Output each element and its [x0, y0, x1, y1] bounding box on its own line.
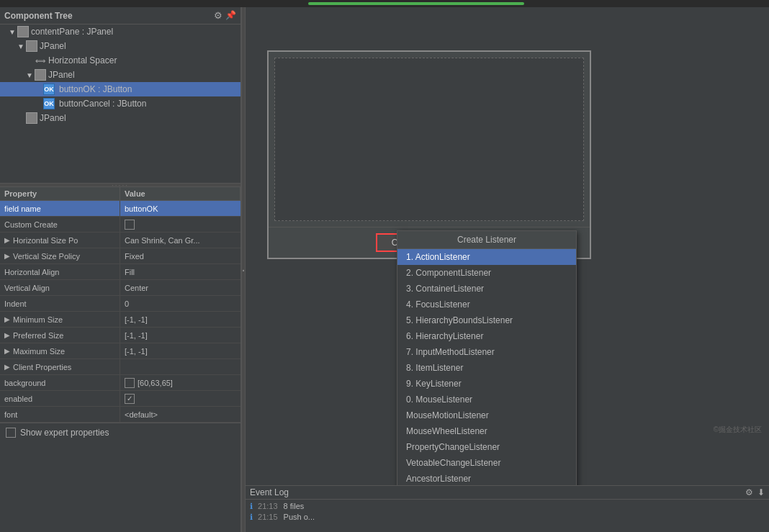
property-row-fieldname[interactable]: field name buttonOK: [0, 201, 240, 217]
property-row-font[interactable]: font <default>: [0, 407, 240, 423]
show-expert-checkbox[interactable]: [6, 428, 16, 438]
prop-name-customcreate: Custom Create: [0, 217, 120, 232]
property-row-vsizepolicy[interactable]: ▶ Vertical Size Policy Fixed: [0, 248, 240, 264]
listener-item-5[interactable]: 5. HierarchyBoundsListener: [397, 312, 576, 328]
tree-item-jPanel2[interactable]: ▼ JPanel: [0, 68, 240, 82]
bottom-content: ℹ 21:13 8 files ℹ 21:15 Push o...: [246, 500, 769, 532]
listener-item-1[interactable]: 1. ActionListener: [397, 249, 576, 265]
customcreate-checkbox[interactable]: [125, 220, 135, 230]
listener-item-9[interactable]: 9. KeyListener: [397, 376, 576, 392]
expand-icon-vsizepolicy[interactable]: ▶: [4, 252, 10, 260]
show-expert-label[interactable]: Show expert properties: [20, 428, 109, 438]
tree-item-jPanel1[interactable]: ▼ JPanel: [0, 39, 240, 53]
listener-item-3[interactable]: 3. ContainerListener: [397, 281, 576, 297]
tree-area: ▼ contentPane : JPanel ▼ JPanel ⟺ Horizo…: [0, 24, 240, 183]
main-content: Component Tree ⚙ 📌 ▼ contentPane : JPane…: [0, 7, 769, 532]
bottom-toolbar: Event Log ⚙ ⬇: [246, 486, 769, 500]
arrow-jPanel1: ▼: [17, 42, 26, 50]
background-color-swatch[interactable]: [125, 378, 135, 388]
property-row-valign[interactable]: Vertical Align Center: [0, 280, 240, 296]
prop-name-prefsize: ▶ Preferred Size: [0, 328, 120, 343]
prop-value-prefsize: [-1, -1]: [120, 328, 240, 343]
log-message-1: 8 files: [284, 502, 305, 511]
property-row-halign[interactable]: Horizontal Align Fill: [0, 264, 240, 280]
form-inner: [274, 58, 584, 221]
property-row-customcreate[interactable]: Custom Create: [0, 217, 240, 233]
property-row-maxsize[interactable]: ▶ Maximum Size [-1, -1]: [0, 343, 240, 359]
listener-item-pc[interactable]: PropertyChangeListener: [397, 439, 576, 455]
property-row-prefsize[interactable]: ▶ Preferred Size [-1, -1]: [0, 328, 240, 343]
prop-value-clientprops: [120, 359, 240, 374]
listener-item-0[interactable]: 0. MouseListener: [397, 392, 576, 407]
right-panel: OK Cancel Create Listener 1. ActionListe…: [246, 7, 769, 532]
panel-icon-jPanel3: [26, 112, 37, 124]
tree-label-jPanel1: JPanel: [40, 41, 66, 51]
expand-icon-maxsize[interactable]: ▶: [4, 347, 10, 355]
expand-icon-clientprops[interactable]: ▶: [4, 363, 10, 371]
progress-bar-area: [0, 0, 769, 7]
listener-item-mm[interactable]: MouseMotionListener: [397, 407, 576, 423]
prop-value-minsize: [-1, -1]: [120, 312, 240, 327]
log-icon-2: ℹ: [250, 513, 253, 521]
property-row-enabled[interactable]: enabled ✓: [0, 391, 240, 407]
listener-item-2[interactable]: 2. ComponentListener: [397, 265, 576, 281]
prop-value-valign: Center: [120, 280, 240, 295]
enabled-checkbox[interactable]: ✓: [125, 394, 135, 404]
prop-name-maxsize: ▶ Maximum Size: [0, 343, 120, 359]
show-expert-container: Show expert properties: [0, 423, 240, 442]
create-listener-dropdown: Create Listener 1. ActionListener 2. Com…: [397, 230, 577, 485]
prop-value-customcreate: [120, 217, 240, 232]
prop-name-font: font: [0, 407, 120, 422]
prop-value-indent: 0: [120, 296, 240, 311]
expand-icon-hsizepolicy[interactable]: ▶: [4, 236, 10, 244]
listener-item-8[interactable]: 8. ItemListener: [397, 360, 576, 376]
spacer-icon-hSpacer: ⟺: [35, 55, 46, 66]
prop-value-font: <default>: [120, 407, 240, 422]
property-row-clientprops[interactable]: ▶ Client Properties: [0, 359, 240, 375]
expand-icon-minsize[interactable]: ▶: [4, 315, 10, 323]
tree-item-buttonOK[interactable]: OK buttonOK : JButton: [0, 82, 240, 96]
log-entry-2: ℹ 21:15 Push o...: [250, 512, 765, 523]
tree-item-hSpacer[interactable]: ⟺ Horizontal Spacer: [0, 53, 240, 68]
toolbar-gear-icon[interactable]: ⚙: [745, 487, 753, 497]
button-icon-buttonCancel: OK: [43, 98, 55, 109]
panel-icon-jPanel2: [35, 69, 46, 81]
event-log-title: Event Log: [250, 487, 289, 497]
listener-item-4[interactable]: 4. FocusListener: [397, 297, 576, 312]
bottom-panel: Event Log ⚙ ⬇ ℹ 21:13 8 files ℹ: [246, 485, 769, 532]
toolbar-download-icon[interactable]: ⬇: [757, 487, 765, 497]
dropdown-header: Create Listener: [397, 231, 576, 249]
panel-icon-jPanel1: [26, 40, 37, 52]
gear-icon[interactable]: ⚙: [214, 10, 222, 21]
prop-value-halign: Fill: [120, 264, 240, 279]
left-panel: Component Tree ⚙ 📌 ▼ contentPane : JPane…: [0, 7, 241, 532]
property-row-background[interactable]: background [60,63,65]: [0, 375, 240, 391]
property-row-indent[interactable]: Indent 0: [0, 296, 240, 312]
listener-item-al[interactable]: AncestorListener: [397, 471, 576, 485]
component-tree-title: Component Tree: [4, 11, 73, 21]
progress-bar: [308, 2, 524, 5]
form-preview: OK Cancel: [267, 50, 591, 259]
prop-name-vsizepolicy: ▶ Vertical Size Policy: [0, 248, 120, 263]
listener-item-mw[interactable]: MouseWheelListener: [397, 423, 576, 439]
button-icon-buttonOK: OK: [43, 84, 55, 95]
tree-item-contentPane[interactable]: ▼ contentPane : JPanel: [0, 24, 240, 39]
tree-label-contentPane: contentPane : JPanel: [31, 27, 113, 37]
expand-icon-prefsize[interactable]: ▶: [4, 331, 10, 339]
property-row-hsizepolicy[interactable]: ▶ Horizontal Size Po Can Shrink, Can Gr.…: [0, 233, 240, 248]
tree-item-jPanel3[interactable]: JPanel: [0, 111, 240, 125]
panel-icon-contentPane: [17, 26, 29, 37]
tree-label-buttonOK: buttonOK : JButton: [59, 84, 132, 94]
prop-value-fieldname: buttonOK: [120, 201, 240, 216]
component-tree-header: Component Tree ⚙ 📌: [0, 7, 240, 24]
prop-value-maxsize: [-1, -1]: [120, 343, 240, 359]
listener-item-7[interactable]: 7. InputMethodListener: [397, 344, 576, 360]
design-area: OK Cancel Create Listener 1. ActionListe…: [246, 7, 769, 485]
tree-item-buttonCancel[interactable]: OK buttonCancel : JButton: [0, 96, 240, 111]
log-time-1: ℹ 21:13: [250, 502, 278, 511]
listener-item-vc[interactable]: VetoableChangeListener: [397, 455, 576, 471]
listener-item-6[interactable]: 6. HierarchyListener: [397, 328, 576, 344]
pin-icon[interactable]: 📌: [225, 10, 236, 21]
property-row-minsize[interactable]: ▶ Minimum Size [-1, -1]: [0, 312, 240, 328]
prop-name-halign: Horizontal Align: [0, 264, 120, 279]
